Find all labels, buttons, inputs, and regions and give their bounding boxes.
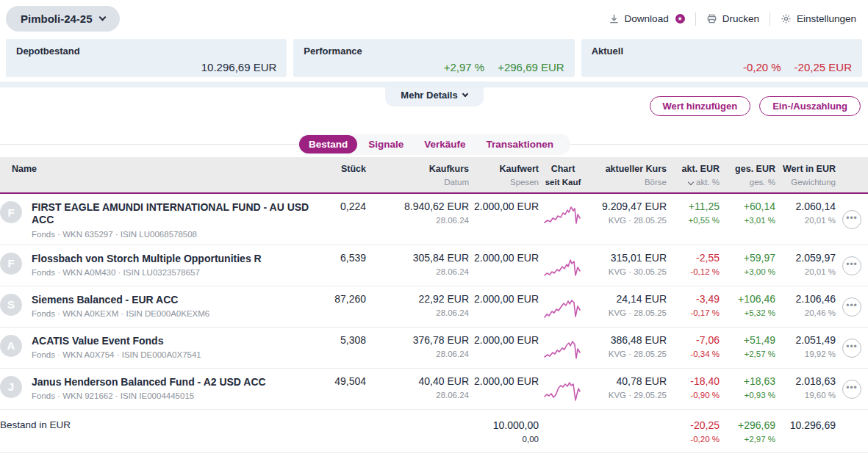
akt-pct-value: -0,12 %	[667, 267, 720, 276]
row-context-menu-button[interactable]: •••	[842, 339, 861, 358]
deposit-withdraw-button[interactable]: Ein-/Auszahlung	[759, 96, 861, 116]
col-kurs: aktueller Kurs	[587, 164, 667, 174]
sparkline	[545, 260, 580, 275]
mini-chart[interactable]	[539, 293, 587, 321]
more-details-label: Mehr Details	[401, 90, 457, 101]
tab-verkaeufe[interactable]: Verkäufe	[415, 135, 475, 153]
settings-label: Einstellungen	[797, 13, 856, 24]
gewichtung-value: 20,46 %	[775, 308, 836, 317]
col-ges-sub: ges. %	[720, 178, 775, 187]
kaufkurs-value: 305,84 EUR	[366, 252, 469, 264]
barbestand-row: Barbestand -0,00	[0, 452, 868, 459]
fund-name-link[interactable]: ACATIS Value Event Fonds	[32, 335, 201, 347]
add-value-button[interactable]: Wert hinzufügen	[650, 96, 751, 116]
fund-name-link[interactable]: Flossbach von Storch Multiple Opportunit…	[32, 253, 262, 265]
holdings-list: F FIRST EAGLE AMUNDI INTERNATIONAL FUND …	[0, 194, 868, 409]
table-header: Name Stück Kaufkurs Datum Kaufwert Spese…	[0, 157, 868, 194]
sparkline	[545, 383, 580, 400]
row-context-menu-button[interactable]: •••	[842, 380, 861, 399]
top-action-bar: Download ★ Drucken Einstellungen	[609, 12, 856, 26]
stueck-value: 0,224	[315, 200, 366, 212]
akt-eur-value: -7,06	[667, 334, 720, 346]
printer-icon	[706, 13, 717, 24]
row-context-menu-button[interactable]: •••	[842, 256, 861, 275]
mini-chart[interactable]	[539, 252, 587, 280]
table-row: J Janus Henderson Balanced Fund - A2 USD…	[0, 368, 868, 409]
portfolio-actions: Wert hinzufügen Ein-/Auszahlung	[650, 96, 861, 116]
wert-eur-value: 2.060,14	[775, 200, 836, 212]
akt-pct-value: -0,34 %	[667, 350, 720, 358]
print-button[interactable]: Drucken	[706, 13, 759, 24]
fund-name-link[interactable]: Siemens Balanced - EUR ACC	[32, 294, 209, 306]
kaufwert-value: 2.000,00 EUR	[469, 334, 539, 346]
table-row: A ACATIS Value Event Fonds Fonds · WKN A…	[0, 327, 868, 368]
premium-star-icon: ★	[675, 14, 685, 24]
fund-avatar: J	[0, 376, 22, 398]
kurs-boerse-datum: KVG · 28.05.25	[587, 350, 667, 358]
col-wert: Wert in EUR	[775, 164, 836, 174]
tab-signale[interactable]: Signale	[359, 135, 413, 153]
kurs-boerse-datum: KVG · 29.05.25	[587, 391, 667, 400]
ges-pct-value: +5,32 %	[720, 308, 775, 317]
tab-bestand[interactable]: Bestand	[299, 135, 357, 153]
total-kaufwert: 10.000,00	[469, 419, 539, 431]
aktueller-kurs-value: 24,14 EUR	[587, 293, 667, 305]
kaufwert-value: 2.000,00 EUR	[469, 293, 539, 305]
mini-chart[interactable]	[539, 334, 587, 362]
ellipsis-icon: •••	[846, 383, 858, 392]
table-row: S Siemens Balanced - EUR ACC Fonds · WKN…	[0, 286, 868, 327]
row-context-menu-button[interactable]: •••	[842, 297, 861, 317]
wert-eur-value: 2.051,49	[775, 334, 836, 346]
aktueller-kurs-value: 386,48 EUR	[587, 334, 667, 346]
settings-button[interactable]: Einstellungen	[781, 13, 856, 24]
kaufkurs-value: 8.940,62 EUR	[366, 200, 469, 212]
ellipsis-icon: •••	[846, 301, 858, 310]
kaufkurs-value: 40,40 EUR	[366, 375, 469, 387]
top-bar: Pimboli-24-25 Download ★ Drucken Einstel…	[0, 0, 868, 32]
sparkline	[545, 300, 580, 317]
fund-name-link[interactable]: FIRST EAGLE AMUNDI INTERNATIONAL FUND - …	[32, 201, 315, 226]
ges-pct-value: +3,01 %	[720, 216, 775, 225]
mini-chart[interactable]	[539, 375, 587, 403]
ellipsis-icon: •••	[846, 214, 858, 223]
akt-eur-value: -2,55	[667, 252, 720, 264]
fund-name-link[interactable]: Janus Henderson Balanced Fund - A2 USD A…	[32, 376, 266, 388]
summary-cards: Depotbestand 10.296,69 EUR Performance +…	[0, 32, 868, 77]
fund-identifiers: Fonds · WKN 635297 · ISIN LU0068578508	[32, 230, 315, 239]
akt-eur-value: -18,40	[667, 375, 720, 387]
ges-pct-value: +2,57 %	[720, 350, 775, 358]
table-row: F FIRST EAGLE AMUNDI INTERNATIONAL FUND …	[0, 194, 868, 245]
portfolio-selector[interactable]: Pimboli-24-25	[6, 6, 120, 32]
col-akt-sort[interactable]: akt. EUR akt. %	[667, 164, 720, 187]
kaufwert-value: 2.000,00 EUR	[469, 200, 539, 212]
row-context-menu-button[interactable]: •••	[842, 210, 861, 229]
total-spesen: 0,00	[469, 435, 539, 444]
download-button[interactable]: Download ★	[609, 13, 685, 24]
tab-group: Bestand Signale Verkäufe Transaktionen	[298, 134, 570, 155]
kauf-datum: 28.06.24	[366, 216, 469, 225]
depot-card-value: 10.296,69 EUR	[201, 61, 277, 73]
ges-pct-value: +3,00 %	[720, 267, 775, 276]
mini-chart[interactable]	[539, 200, 587, 228]
ges-eur-value: +18,63	[720, 375, 775, 387]
total-akt-eur: -20,25	[667, 419, 720, 431]
more-details-toggle[interactable]: Mehr Details	[385, 87, 484, 106]
chevron-down-icon	[98, 14, 106, 21]
akt-pct-value: -0,17 %	[667, 308, 720, 317]
tab-transaktionen[interactable]: Transaktionen	[477, 135, 564, 153]
gewichtung-value: 20,01 %	[775, 216, 836, 225]
stueck-value: 87,260	[315, 293, 366, 305]
kauf-datum: 28.06.24	[366, 391, 469, 400]
sparkline	[545, 207, 580, 223]
aktuell-card: Aktuell -0,20 % -20,25 EUR	[581, 39, 862, 77]
fund-avatar: F	[0, 253, 22, 275]
kurs-boerse-datum: KVG · 28.05.25	[587, 216, 667, 225]
kurs-boerse-datum: KVG · 28.05.25	[587, 308, 667, 317]
kaufkurs-value: 22,92 EUR	[366, 293, 469, 305]
details-band	[0, 82, 868, 87]
fund-avatar: S	[0, 294, 22, 316]
fund-identifiers: Fonds · WKN 921662 · ISIN IE0004445015	[32, 391, 266, 400]
total-wert: 10.296,69	[775, 419, 836, 431]
wert-eur-value: 2.106,46	[775, 293, 836, 305]
ges-eur-value: +59,97	[720, 252, 775, 264]
